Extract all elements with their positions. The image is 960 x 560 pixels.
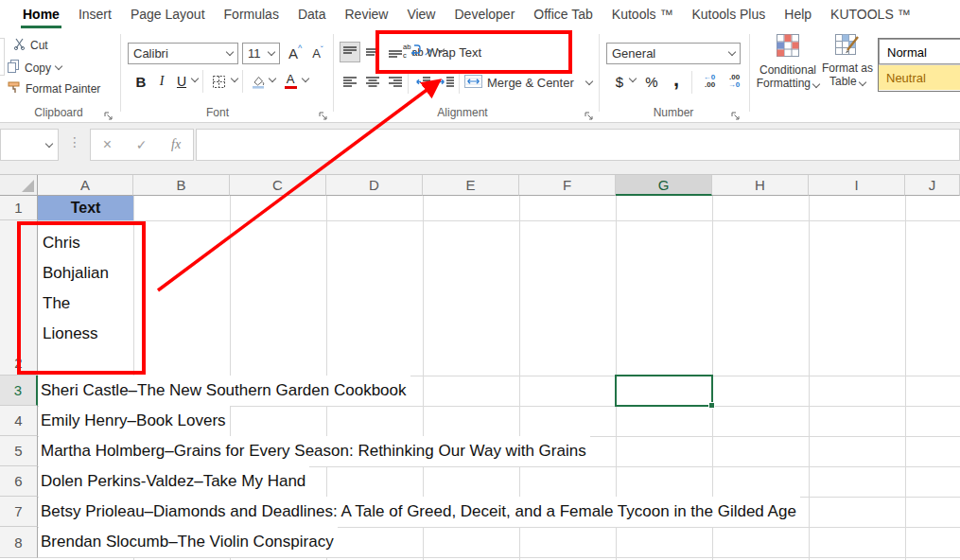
ribbon-tab-bar: Home Insert Page Layout Formulas Data Re…	[0, 0, 960, 28]
underline-options-chevron-icon[interactable]	[191, 75, 199, 82]
align-right-button[interactable]	[385, 72, 406, 93]
row-header-3[interactable]: 3	[0, 376, 38, 406]
col-header-a[interactable]: A	[38, 175, 133, 196]
number-group-label: Number	[606, 106, 741, 119]
chevron-down-icon	[728, 48, 736, 56]
row-header-6[interactable]: 6	[0, 466, 38, 497]
align-left-button[interactable]	[340, 72, 360, 93]
col-header-c[interactable]: C	[230, 175, 326, 196]
fill-handle[interactable]	[708, 402, 715, 409]
tab-home[interactable]: Home	[13, 0, 69, 28]
col-header-h[interactable]: H	[712, 175, 809, 196]
borders-icon	[212, 75, 226, 89]
insert-function-icon[interactable]: fx	[171, 137, 181, 152]
decrease-indent-button[interactable]	[412, 72, 433, 93]
font-color-button[interactable]: A	[280, 71, 301, 92]
col-header-b[interactable]: B	[133, 175, 230, 196]
cell-a4[interactable]: Emily Henry–Book Lovers	[39, 406, 230, 436]
percent-style-button[interactable]: %	[641, 71, 662, 92]
borders-chevron-icon[interactable]	[231, 75, 238, 82]
tab-kutools-caps[interactable]: KUTOOLS ™	[821, 0, 920, 28]
merge-center-chevron-icon	[585, 78, 593, 85]
scissors-icon	[13, 38, 26, 53]
selected-cell-g3[interactable]	[615, 375, 713, 407]
cut-button[interactable]: Cut	[13, 38, 48, 53]
tab-formulas[interactable]: Formulas	[215, 0, 288, 28]
col-header-j[interactable]: J	[905, 175, 960, 196]
tab-page-layout[interactable]: Page Layout	[121, 0, 215, 28]
col-header-e[interactable]: E	[423, 175, 519, 196]
accounting-format-button[interactable]: $	[609, 71, 630, 92]
merge-center-icon	[464, 75, 482, 91]
tab-kutools-plus[interactable]: Kutools Plus	[682, 0, 775, 28]
row-header-7[interactable]: 7	[0, 497, 38, 527]
tab-developer[interactable]: Developer	[445, 0, 524, 28]
fill-color-button[interactable]	[248, 71, 269, 92]
align-left-icon	[342, 75, 358, 90]
style-normal[interactable]: Normal	[879, 39, 960, 64]
formula-buttons: × ✓ fx	[90, 129, 194, 161]
row-header-4[interactable]: 4	[0, 406, 38, 436]
tab-kutools[interactable]: Kutools ™	[602, 0, 683, 28]
tab-office-tab[interactable]: Office Tab	[524, 0, 602, 28]
style-neutral[interactable]: Neutral	[879, 64, 960, 90]
font-group-label: Font	[123, 106, 312, 119]
font-color-chevron-icon[interactable]	[302, 75, 309, 82]
cell-a5[interactable]: Martha Holmberg–Grains for Every Season:…	[39, 436, 590, 466]
center-icon	[365, 75, 380, 90]
tab-insert[interactable]: Insert	[69, 0, 121, 28]
clipboard-dialog-launcher-icon[interactable]	[104, 108, 115, 119]
number-dialog-launcher-icon[interactable]	[731, 108, 742, 119]
number-format-combobox[interactable]: General	[606, 43, 741, 64]
font-dialog-launcher-icon[interactable]	[319, 108, 330, 119]
top-align-button[interactable]	[340, 42, 360, 62]
tab-help[interactable]: Help	[775, 0, 821, 28]
formula-input[interactable]	[196, 129, 960, 161]
alignment-group-label: Alignment	[339, 106, 586, 119]
enter-icon[interactable]: ✓	[136, 137, 148, 152]
col-header-f[interactable]: F	[519, 175, 616, 196]
select-all-corner[interactable]	[0, 175, 38, 196]
fill-color-chevron-icon[interactable]	[269, 75, 276, 82]
format-as-table-button[interactable]: Format as Table	[819, 34, 876, 88]
increase-indent-button[interactable]	[436, 72, 457, 93]
tab-review[interactable]: Review	[335, 0, 397, 28]
chevron-down-icon	[268, 48, 275, 56]
center-button[interactable]	[362, 72, 383, 93]
cancel-icon[interactable]: ×	[103, 136, 112, 153]
borders-button[interactable]	[208, 71, 229, 92]
row-header-1[interactable]: 1	[0, 196, 38, 220]
grow-font-button[interactable]: A^	[285, 43, 305, 63]
col-header-i[interactable]: I	[809, 175, 905, 196]
name-box[interactable]	[0, 129, 59, 161]
italic-button[interactable]: I	[151, 71, 172, 92]
cell-a1[interactable]: Text	[38, 196, 133, 220]
bold-button[interactable]: B	[131, 71, 151, 92]
alignment-dialog-launcher-icon[interactable]	[585, 108, 596, 119]
cell-a6[interactable]: Dolen Perkins-Valdez–Take My Hand	[39, 466, 309, 497]
increase-decimal-button[interactable]: ←0.00	[697, 71, 722, 92]
conditional-formatting-button[interactable]: Conditional Formatting	[755, 34, 821, 90]
tab-data[interactable]: Data	[288, 0, 336, 28]
tab-view[interactable]: View	[397, 0, 445, 28]
cell-a7[interactable]: Betsy Prioleau–Diamonds and Deadlines: A…	[39, 497, 800, 527]
comma-style-button[interactable]: ,	[666, 69, 687, 90]
formula-bar-divider: ⋮	[68, 134, 81, 149]
decrease-decimal-button[interactable]: .00→0	[722, 71, 746, 92]
formula-bar: ⋮ × ✓ fx	[0, 123, 960, 175]
accounting-chevron-icon[interactable]	[629, 75, 637, 82]
cell-a8[interactable]: Brendan Slocumb–The Violin Conspiracy	[39, 527, 338, 557]
merge-center-button[interactable]: Merge & Center	[464, 75, 592, 91]
format-painter-button[interactable]: Format Painter	[8, 81, 100, 96]
row-header-5[interactable]: 5	[0, 436, 38, 466]
row-header-8[interactable]: 8	[0, 527, 38, 558]
underline-button[interactable]: U	[171, 71, 192, 92]
shrink-font-button[interactable]: Aˇ	[307, 43, 328, 63]
col-header-g[interactable]: G	[616, 175, 712, 196]
font-size-combobox[interactable]: 11	[242, 43, 280, 64]
copy-button[interactable]: Copy	[8, 60, 61, 76]
align-right-icon	[388, 75, 403, 90]
col-header-d[interactable]: D	[326, 175, 423, 196]
font-name-combobox[interactable]: Calibri	[128, 43, 238, 64]
cell-a3[interactable]: Sheri Castle–The New Southern Garden Coo…	[39, 376, 410, 406]
